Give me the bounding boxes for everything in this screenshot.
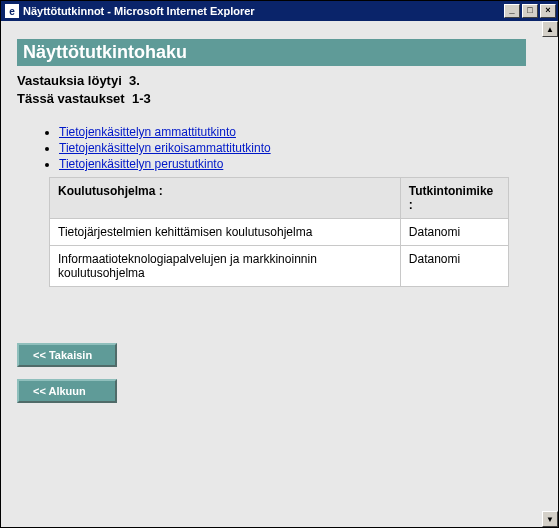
maximize-button[interactable]: □ xyxy=(522,4,538,18)
shown-label: Tässä vastaukset xyxy=(17,91,125,106)
col-program: Koulutusohjelma : xyxy=(50,178,401,219)
minimize-button[interactable]: _ xyxy=(504,4,520,18)
scroll-down-icon[interactable]: ▼ xyxy=(542,511,558,527)
cell-qualification: Datanomi xyxy=(400,246,508,287)
page-body: Näyttötutkintohaku Vastauksia löytyi 3. … xyxy=(1,21,542,527)
list-item: Tietojenkäsittelyn perustutkinto xyxy=(59,157,526,171)
content-wrap: Näyttötutkintohaku Vastauksia löytyi 3. … xyxy=(1,21,558,527)
result-link[interactable]: Tietojenkäsittelyn erikoisammattitutkint… xyxy=(59,141,271,155)
vertical-scrollbar[interactable]: ▲ ▼ xyxy=(542,21,558,527)
ie-icon: e xyxy=(5,4,19,18)
cell-program: Tietojärjestelmien kehittämisen koulutus… xyxy=(50,219,401,246)
page-heading: Näyttötutkintohaku xyxy=(17,39,526,66)
table-header-row: Koulutusohjelma : Tutkintonimike : xyxy=(50,178,509,219)
shown-range: 1-3 xyxy=(132,91,151,106)
back-button[interactable]: << Takaisin xyxy=(17,343,117,367)
result-link[interactable]: Tietojenkäsittelyn ammattitutkinto xyxy=(59,125,236,139)
list-item: Tietojenkäsittelyn erikoisammattitutkint… xyxy=(59,141,526,155)
button-row: << Takaisin << Alkuun xyxy=(17,343,526,415)
cell-qualification: Datanomi xyxy=(400,219,508,246)
home-button[interactable]: << Alkuun xyxy=(17,379,117,403)
result-link-list: Tietojenkäsittelyn ammattitutkinto Tieto… xyxy=(41,125,526,171)
results-count: 3. xyxy=(129,73,140,88)
results-label: Vastauksia löytyi xyxy=(17,73,122,88)
scroll-up-icon[interactable]: ▲ xyxy=(542,21,558,37)
result-link[interactable]: Tietojenkäsittelyn perustutkinto xyxy=(59,157,223,171)
table-row: Informaatioteknologiapalvelujen ja markk… xyxy=(50,246,509,287)
scroll-track[interactable] xyxy=(542,37,558,511)
list-item: Tietojenkäsittelyn ammattitutkinto xyxy=(59,125,526,139)
col-qualification: Tutkintonimike : xyxy=(400,178,508,219)
programs-table: Koulutusohjelma : Tutkintonimike : Tieto… xyxy=(49,177,509,287)
table-row: Tietojärjestelmien kehittämisen koulutus… xyxy=(50,219,509,246)
browser-window: e Näyttötutkinnot - Microsoft Internet E… xyxy=(0,0,559,528)
titlebar: e Näyttötutkinnot - Microsoft Internet E… xyxy=(1,1,558,21)
results-summary: Vastauksia löytyi 3. Tässä vastaukset 1-… xyxy=(17,72,526,107)
close-button[interactable]: × xyxy=(540,4,556,18)
cell-program: Informaatioteknologiapalvelujen ja markk… xyxy=(50,246,401,287)
window-title: Näyttötutkinnot - Microsoft Internet Exp… xyxy=(23,5,502,17)
